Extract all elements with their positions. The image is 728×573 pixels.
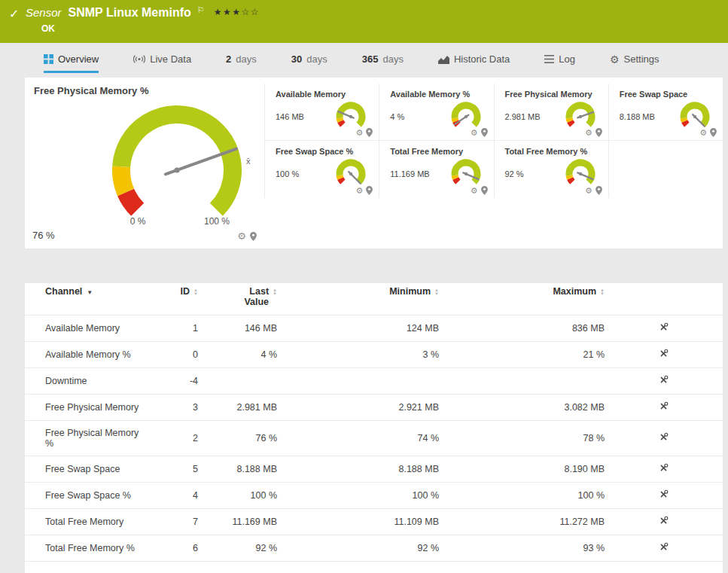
tab-365-days[interactable]: 365days [362,53,404,73]
table-row: Available Memory %04 %3 %21 % [25,342,723,368]
sensor-status: OK [41,23,55,34]
mini-gauge-free-physical-memory: Free Physical Memory2.981 MB⚙ [494,84,608,141]
primary-gauge: 0 %100 %x̄ [87,96,267,228]
cell-last_value: 100 % [200,483,279,509]
gauge-pin-icon[interactable] [250,232,257,241]
gauge-settings-gear-icon[interactable]: ⚙ [585,187,592,195]
tab-settings[interactable]: ⚙Settings [610,53,659,73]
channel-settings-wrench-icon[interactable] [659,516,669,526]
cell-minimum: 100 % [279,483,440,509]
gauge-settings-gear-icon[interactable]: ⚙ [585,129,592,137]
gauge-pin-icon[interactable] [595,128,602,137]
cell-minimum: 8.188 MB [279,456,440,483]
channels-panel: Channel▼ ID▲▼ Last Value▲▼ Minimum▲▼ Max… [25,283,723,573]
channel-settings-wrench-icon[interactable] [659,489,669,499]
cell-last_value [200,368,279,395]
channel-settings-wrench-icon[interactable] [659,542,669,552]
channel-settings-wrench-icon[interactable] [659,401,669,411]
star-rating[interactable]: ★★★☆☆ [214,7,260,17]
tab-label: days [382,53,403,65]
column-header-id[interactable]: ID▲▼ [149,283,200,315]
mini-gauge-value: 92 % [505,169,524,178]
tab-label: Overview [58,53,99,65]
mini-gauge-body: 11.169 MB [390,156,486,187]
mini-gauge [446,99,486,130]
primary-gauge-value: 76 % [32,230,55,241]
cell-actions [606,368,723,395]
cell-id: 4 [149,483,200,509]
column-header-channel[interactable]: Channel▼ [25,283,149,315]
gauge-pin-icon[interactable] [366,186,373,195]
cell-last_value: 8.188 MB [200,456,279,483]
mini-gauge [675,99,715,130]
cell-id: 0 [149,342,200,368]
gauge-pin-icon[interactable] [366,128,373,137]
channel-sort-caret-icon: ▼ [87,289,93,296]
mini-gauges-grid: Available Memory146 MB⚙Available Memory … [264,78,723,248]
cell-id: 1 [149,315,200,342]
gauge-min-label: 0 % [130,216,146,227]
mini-gauge [560,99,601,130]
channel-settings-wrench-icon[interactable] [659,463,669,473]
cell-actions [606,535,723,562]
column-header-minimum[interactable]: Minimum▲▼ [279,283,440,315]
channel-settings-wrench-icon[interactable] [659,375,669,385]
cell-maximum: 21 % [440,342,606,368]
tab-overview[interactable]: Overview [44,53,99,73]
table-row: Free Physical Memory %276 %74 %78 % [25,421,723,456]
cell-last_value: 2.981 MB [200,395,279,421]
mini-grid-filler [608,141,723,198]
cell-actions [606,395,723,421]
gauge-pin-icon[interactable] [481,128,488,137]
channel-settings-wrench-icon[interactable] [659,432,669,442]
tab-30-days[interactable]: 30days [291,53,327,73]
cell-minimum: 11.109 MB [279,509,440,535]
table-header-row: Channel▼ ID▲▼ Last Value▲▼ Minimum▲▼ Max… [25,283,723,315]
mini-gauge-value: 4 % [390,112,404,121]
gauge-pin-icon[interactable] [595,186,602,195]
cell-id: 7 [149,509,200,535]
tab-live-data[interactable]: Live Data [133,53,191,73]
mini-gauge-actions: ⚙ [585,186,602,195]
column-header-last-value[interactable]: Last Value▲▼ [200,283,279,315]
priority-flag-icon[interactable]: ⚐ [197,5,205,15]
cell-id: -4 [149,368,200,395]
mini-gauge-actions: ⚙ [699,128,717,137]
cell-id: 5 [149,456,200,483]
tab-label: Historic Data [454,53,510,65]
channel-settings-wrench-icon[interactable] [659,322,669,332]
table-row: Total Free Memory711.169 MB11.109 MB11.2… [25,509,723,535]
cell-maximum: 8.190 MB [440,456,606,483]
mini-gauge-body: 92 % [505,156,601,187]
gauge-settings-gear-icon[interactable]: ⚙ [237,231,246,241]
table-row: Free Physical Memory32.981 MB2.921 MB3.0… [25,395,723,421]
mini-gauge-wrap [446,156,486,187]
cell-id: 6 [149,535,200,562]
cell-actions [606,509,723,535]
tab-log[interactable]: Log [544,53,575,73]
cell-channel: Available Memory % [25,342,149,368]
tab-historic-data[interactable]: Historic Data [438,53,510,73]
gauge-pin-icon[interactable] [710,128,717,137]
cell-last_value: 146 MB [200,315,279,342]
gauge-settings-gear-icon[interactable]: ⚙ [471,129,478,137]
column-header-maximum[interactable]: Maximum▲▼ [440,283,606,315]
channel-settings-wrench-icon[interactable] [659,349,669,358]
tab-label: Log [559,53,575,65]
gauge-settings-gear-icon[interactable]: ⚙ [355,187,363,195]
live-data-icon [133,54,145,64]
mini-gauge-value: 11.169 MB [390,169,429,178]
tab-day-number: 2 [226,53,231,65]
cell-channel: Free Swap Space [25,456,149,483]
gauge-settings-gear-icon[interactable]: ⚙ [471,187,478,195]
gauge-settings-gear-icon[interactable]: ⚙ [699,129,707,137]
log-icon [544,55,554,63]
mini-gauge-actions: ⚙ [355,128,373,137]
tab-2-days[interactable]: 2days [226,53,257,73]
gauge-pin-icon[interactable] [481,186,488,195]
cell-maximum: 836 MB [440,315,606,342]
sort-icon: ▲▼ [434,286,439,296]
cell-actions [606,342,723,368]
gauge-settings-gear-icon[interactable]: ⚙ [355,129,363,137]
sensor-title: SNMP Linux Meminfo [69,6,191,20]
